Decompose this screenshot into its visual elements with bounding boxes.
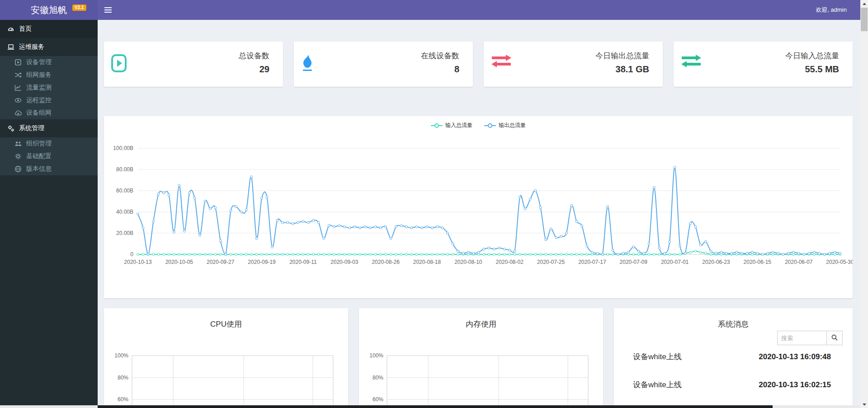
scrollbar-thumb[interactable] xyxy=(861,8,868,31)
brand-logo[interactable]: 安徽旭帆 V2.1 xyxy=(0,0,98,20)
sidebar: 首页 运维服务 设备管理 组网服务 流量监测 远程监控 设备组网 xyxy=(0,20,98,405)
stat-label: 在线设备数 xyxy=(421,51,459,61)
cpu-chart-card: CPU使用 100%80%60% xyxy=(104,308,348,408)
sidebar-item-org-manage[interactable]: 组织管理 xyxy=(0,137,98,150)
message-text: 设备white上线 xyxy=(633,352,682,362)
sidebar-toggle-button[interactable] xyxy=(98,0,118,20)
sidebar-item-traffic-monitor[interactable]: 流量监测 xyxy=(0,81,98,94)
sidebar-item-device-network[interactable]: 设备组网 xyxy=(0,107,98,119)
svg-text:100.00B: 100.00B xyxy=(113,145,133,151)
sidebar-item-basic-config[interactable]: 基础配置 xyxy=(0,150,98,163)
sidebar-item-version-info[interactable]: 版本信息 xyxy=(0,163,98,175)
svg-text:2020-07-17: 2020-07-17 xyxy=(578,259,606,265)
sidebar-item-label: 组织管理 xyxy=(26,140,52,148)
sidebar-item-label: 首页 xyxy=(19,25,32,33)
laptop-icon xyxy=(7,43,14,51)
svg-text:2020-06-23: 2020-06-23 xyxy=(702,259,730,265)
shuffle-icon xyxy=(14,71,22,79)
svg-text:2020-06-07: 2020-06-07 xyxy=(785,259,813,265)
svg-text:2020-07-25: 2020-07-25 xyxy=(537,259,565,265)
scroll-up-button[interactable] xyxy=(860,0,868,7)
svg-text:80%: 80% xyxy=(118,375,128,381)
menu-icon xyxy=(104,7,112,13)
svg-text:100%: 100% xyxy=(114,352,128,359)
user-menu[interactable]: 欢迎, admin xyxy=(816,0,847,20)
eye-icon xyxy=(14,97,22,104)
sidebar-item-label: 设备管理 xyxy=(26,58,52,66)
magnifier-icon xyxy=(831,334,838,342)
stat-value: 55.5 MB xyxy=(805,64,839,75)
gear-icon xyxy=(14,153,22,160)
svg-text:20.00B: 20.00B xyxy=(116,230,133,236)
brand-title: 安徽旭帆 xyxy=(31,5,67,15)
sidebar-section-system[interactable]: 系统管理 xyxy=(0,119,98,137)
svg-text:60.00B: 60.00B xyxy=(116,188,133,194)
sidebar-item-label: 系统管理 xyxy=(19,124,44,132)
stat-value: 38.1 GB xyxy=(616,64,649,75)
search-button[interactable] xyxy=(826,331,843,345)
sidebar-item-label: 组网服务 xyxy=(26,71,52,79)
stat-card-total-devices: 总设备数 29 xyxy=(104,42,283,87)
sidebar-section-ops[interactable]: 运维服务 xyxy=(0,38,98,56)
svg-text:0: 0 xyxy=(130,251,133,258)
svg-text:2020-09-27: 2020-09-27 xyxy=(207,259,235,265)
sidebar-item-home[interactable]: 首页 xyxy=(0,20,98,38)
search-input[interactable] xyxy=(777,331,826,345)
gears-icon xyxy=(7,125,14,132)
traffic-chart[interactable]: 100.00B80.00B60.00B40.00B20.00B02020-10-… xyxy=(104,130,853,292)
globe-icon xyxy=(14,165,22,173)
vertical-scrollbar[interactable] xyxy=(860,0,868,408)
exchange-arrows-icon xyxy=(491,54,512,70)
sidebar-item-device-manage[interactable]: 设备管理 xyxy=(0,56,98,69)
messages-title: 系统消息 xyxy=(614,308,853,329)
stat-label: 总设备数 xyxy=(239,51,269,61)
sidebar-item-label: 设备组网 xyxy=(26,109,52,117)
message-row: 设备white上线 2020-10-13 16:09:48 xyxy=(633,352,831,362)
svg-text:2020-05-30: 2020-05-30 xyxy=(826,259,853,265)
chart-legend: 输入总流量输出总流量 xyxy=(104,122,853,129)
bottom-edge-strip xyxy=(0,405,868,408)
users-icon xyxy=(14,140,22,147)
legend-item[interactable]: 输出总流量 xyxy=(484,122,526,129)
message-time: 2020-10-13 16:09:48 xyxy=(759,352,831,361)
scroll-down-button[interactable] xyxy=(860,401,868,408)
cpu-chart[interactable]: 100%80%60% xyxy=(104,308,348,408)
svg-text:40.00B: 40.00B xyxy=(116,209,133,215)
svg-text:60%: 60% xyxy=(373,396,383,403)
traffic-chart-card: 输入总流量输出总流量 100.00B80.00B60.00B40.00B20.0… xyxy=(104,116,853,298)
svg-text:100%: 100% xyxy=(369,352,383,359)
sidebar-item-remote-monitor[interactable]: 远程监控 xyxy=(0,94,98,107)
legend-item[interactable]: 输入总流量 xyxy=(431,122,472,129)
stat-value: 29 xyxy=(259,64,269,75)
sidebar-item-label: 运维服务 xyxy=(19,43,44,51)
stat-card-online-devices: 在线设备数 8 xyxy=(294,42,473,87)
stat-card-output-traffic: 今日输出总流量 38.1 GB xyxy=(484,42,663,87)
sidebar-item-network-service[interactable]: 组网服务 xyxy=(0,69,98,81)
svg-text:2020-09-03: 2020-09-03 xyxy=(330,259,359,265)
system-messages-card: 系统消息 设备white上线 2020-10-13 16:09:48 设备whi… xyxy=(614,308,853,408)
stat-value: 8 xyxy=(454,64,459,75)
svg-text:2020-06-15: 2020-06-15 xyxy=(744,259,772,265)
line-chart-icon xyxy=(14,84,22,91)
sidebar-item-label: 基础配置 xyxy=(26,152,52,160)
arrow-up-icon xyxy=(863,3,866,5)
cloud-upload-icon xyxy=(14,109,22,117)
svg-text:2020-08-10: 2020-08-10 xyxy=(454,259,482,265)
svg-text:80.00B: 80.00B xyxy=(116,166,133,173)
flame-icon xyxy=(301,54,314,74)
svg-text:2020-09-19: 2020-09-19 xyxy=(248,259,276,265)
stat-label: 今日输出总流量 xyxy=(595,51,649,61)
sidebar-item-label: 流量监测 xyxy=(26,84,52,92)
memory-chart[interactable]: 100%80%60% xyxy=(359,308,603,408)
message-row: 设备white上线 2020-10-13 16:02:15 xyxy=(633,380,831,390)
message-time: 2020-10-13 16:02:15 xyxy=(759,380,831,389)
top-navbar: 安徽旭帆 V2.1 欢迎, admin xyxy=(0,0,860,20)
svg-text:2020-08-18: 2020-08-18 xyxy=(413,259,441,265)
message-text: 设备white上线 xyxy=(633,380,682,390)
svg-text:60%: 60% xyxy=(118,396,128,403)
stat-card-input-traffic: 今日输入总流量 55.5 MB xyxy=(674,42,853,87)
sidebar-item-label: 远程监控 xyxy=(26,96,52,104)
svg-text:2020-08-02: 2020-08-02 xyxy=(495,259,524,265)
svg-text:2020-10-05: 2020-10-05 xyxy=(165,259,193,265)
exchange-arrows-icon xyxy=(681,54,702,70)
